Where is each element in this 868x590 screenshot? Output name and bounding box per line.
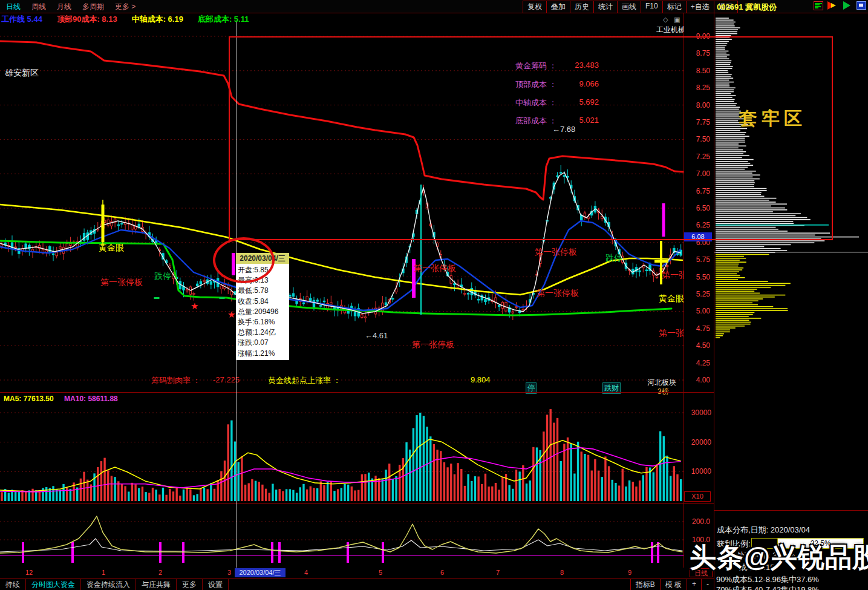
trading-app-window: 日线周线月线多周期更多 > 复权叠加历史统计画线F10标记+自选返回 00269… bbox=[0, 0, 868, 590]
xaxis-month-3: 3 bbox=[227, 569, 231, 576]
toolbar-item-持续[interactable]: 持续 bbox=[0, 579, 26, 590]
indicator-中轴成本:: 中轴成本: 6.19 bbox=[132, 14, 183, 25]
cost-70-line: 70%成本5.40-7.42集中19.8% bbox=[716, 585, 819, 590]
volume-chart-canvas[interactable] bbox=[0, 393, 684, 503]
xaxis-month-12: 12 bbox=[25, 569, 33, 576]
volume-tick-10000: 10000 bbox=[691, 467, 711, 476]
menu-button-统计[interactable]: 统计 bbox=[593, 1, 617, 13]
menu-item-月线[interactable]: 月线 bbox=[57, 2, 71, 12]
menu-button-F10[interactable]: F10 bbox=[641, 1, 662, 13]
xaxis-month-8: 8 bbox=[560, 569, 564, 576]
green-arrow-icon[interactable] bbox=[842, 1, 852, 10]
menu-item-日线[interactable]: 日线 bbox=[6, 2, 21, 12]
price-tick-8.50: 8.50 bbox=[684, 67, 710, 75]
menu-button-复权[interactable]: 复权 bbox=[523, 1, 546, 13]
toolbar-item-分时图大资金[interactable]: 分时图大资金 bbox=[26, 579, 81, 590]
tooltip-row: 涨幅:1.21% bbox=[238, 349, 287, 359]
xaxis-month-5: 5 bbox=[379, 569, 382, 576]
period-menu: 日线周线月线多周期更多 > bbox=[6, 2, 146, 12]
window-icons bbox=[814, 1, 866, 10]
selected-date-chip: 2020/03/04/三 bbox=[235, 568, 286, 577]
stock-title: 002691 冀凯股份 bbox=[717, 2, 777, 13]
price-tick-9.00: 9.00 bbox=[684, 32, 710, 41]
menu-button-画线[interactable]: 画线 bbox=[617, 1, 641, 13]
menu-button-+自选[interactable]: +自选 bbox=[686, 1, 714, 13]
price-tick-4.75: 4.75 bbox=[684, 324, 710, 333]
tooltip-row: 最低:5.78 bbox=[238, 286, 287, 296]
price-tick-7.00: 7.00 bbox=[684, 169, 710, 178]
price-tick-7.25: 7.25 bbox=[684, 152, 710, 161]
price-tick-8.75: 8.75 bbox=[684, 49, 710, 57]
trapped-zone-label: 套牢区 bbox=[739, 107, 806, 131]
toolbar-right-items: 指标B模 板+- bbox=[630, 579, 714, 590]
price-tick-5.25: 5.25 bbox=[684, 290, 710, 298]
volume-axis: X10 300002000010000 bbox=[684, 393, 714, 503]
menu-item-周线[interactable]: 周线 bbox=[31, 2, 46, 12]
tooltip-values: 开盘:5.85最高:6.13最低:5.78收盘:5.84总量:209496换手:… bbox=[236, 264, 289, 360]
tooltip-row: 收盘:5.84 bbox=[238, 297, 287, 307]
tooltip-date: 2020/03/04/三 bbox=[236, 253, 289, 264]
tooltip-row: 换手:6.18% bbox=[238, 317, 287, 327]
volume-ma5-label: MA5: 77613.50 bbox=[4, 395, 54, 403]
indicator-chart-canvas[interactable] bbox=[0, 505, 684, 568]
price-tick-7.50: 7.50 bbox=[684, 135, 710, 143]
tooltip-row: 涨跌:0.07 bbox=[238, 338, 287, 348]
toolbar-item-模 板[interactable]: 模 板 bbox=[660, 579, 687, 590]
action-menu: 复权叠加历史统计画线F10标记+自选返回 bbox=[523, 1, 738, 13]
indicator-工作线: 工作线 5.44 bbox=[1, 14, 42, 25]
toolbar-item-指标B[interactable]: 指标B bbox=[630, 579, 660, 590]
menu-button-叠加[interactable]: 叠加 bbox=[546, 1, 570, 13]
red-flag-icon[interactable] bbox=[827, 1, 838, 10]
price-tick-5.00: 5.00 bbox=[684, 307, 710, 315]
toolbar-item-资金持续流入[interactable]: 资金持续流入 bbox=[81, 579, 136, 590]
indicator-顶部90成本:: 顶部90成本: 8.13 bbox=[57, 14, 117, 25]
window-mini-icon[interactable]: ▣ bbox=[674, 16, 680, 24]
menu-item-更多 >[interactable]: 更多 > bbox=[115, 2, 135, 12]
indicator-info-bar: 工作线 5.44顶部90成本: 8.13中轴成本: 6.19底部成本: 5.11 bbox=[1, 14, 263, 25]
price-tick-6.75: 6.75 bbox=[684, 187, 710, 195]
toolbar-item-设置[interactable]: 设置 bbox=[203, 579, 229, 590]
window-icon[interactable] bbox=[857, 1, 866, 10]
price-tick-6.25: 6.25 bbox=[684, 221, 710, 229]
toolbar-item-更多[interactable]: 更多 bbox=[177, 579, 203, 590]
price-tick-6.50: 6.50 bbox=[684, 204, 710, 212]
watermark: 头条@兴锐品股 bbox=[690, 540, 868, 575]
stock-name: 冀凯股份 bbox=[745, 2, 777, 11]
xaxis-month-2: 2 bbox=[158, 569, 162, 576]
price-tick-4.00: 4.00 bbox=[684, 376, 710, 384]
cost-distribution-title: 成本分布,日期: 2020/03/04 bbox=[717, 525, 810, 536]
price-tick-4.25: 4.25 bbox=[684, 359, 710, 367]
xaxis-month-6: 6 bbox=[440, 569, 444, 576]
xaxis-month-9: 9 bbox=[628, 569, 631, 576]
chip-distribution-canvas[interactable] bbox=[714, 13, 868, 510]
volume-tick-20000: 20000 bbox=[691, 438, 711, 447]
bottom-toolbar: 持续分时图大资金资金持续流入与庄共舞更多设置 指标B模 板+- bbox=[0, 579, 714, 590]
xaxis-month-7: 7 bbox=[496, 569, 500, 576]
toolbar-left-items: 持续分时图大资金资金持续流入与庄共舞更多设置 bbox=[0, 579, 229, 590]
xaxis-month-4: 4 bbox=[304, 569, 308, 576]
price-tick-8.00: 8.00 bbox=[684, 101, 710, 110]
menu-button-历史[interactable]: 历史 bbox=[570, 1, 593, 13]
tooltip-row: 开盘:5.85 bbox=[238, 265, 287, 275]
volume-tick-30000: 30000 bbox=[691, 408, 711, 417]
toolbar-item-+[interactable]: + bbox=[687, 579, 701, 590]
menu-item-多周期[interactable]: 多周期 bbox=[82, 2, 104, 12]
diamond-icon[interactable]: ◇ bbox=[663, 16, 668, 24]
toolbar-item-与庄共舞[interactable]: 与庄共舞 bbox=[136, 579, 177, 590]
price-tick-8.25: 8.25 bbox=[684, 84, 710, 92]
volume-ma-labels: MA5: 77613.50 MA10: 58611.88 bbox=[4, 395, 126, 403]
volume-unit-label: X10 bbox=[684, 491, 711, 502]
tooltip-row: 最高:6.13 bbox=[238, 275, 287, 286]
time-axis: 12123456789 2020/03/04/三 日线 bbox=[0, 568, 714, 579]
tooltip-row: 总额:1.24亿 bbox=[238, 327, 287, 338]
price-axis: 6.08 9.008.758.508.258.007.757.507.257.0… bbox=[684, 24, 714, 392]
main-chart-canvas[interactable] bbox=[0, 24, 684, 392]
price-tick-7.75: 7.75 bbox=[684, 118, 710, 126]
menu-button-标记[interactable]: 标记 bbox=[662, 1, 686, 13]
toolbar-item--[interactable]: - bbox=[701, 579, 714, 590]
cost-90-line: 90%成本5.12-8.96集中37.6% bbox=[716, 574, 819, 585]
tooltip-row: 总量:209496 bbox=[238, 307, 287, 317]
price-tick-5.50: 5.50 bbox=[684, 273, 710, 281]
bar-chart-icon[interactable] bbox=[814, 1, 823, 10]
sub-tick-200.0: 200.0 bbox=[692, 517, 710, 526]
